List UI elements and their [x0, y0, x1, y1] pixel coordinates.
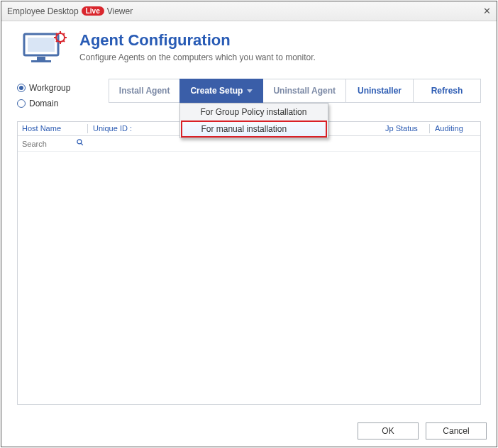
search-icon[interactable] [76, 138, 84, 149]
radio-label: Domain [29, 99, 58, 108]
monitor-gear-icon [21, 31, 67, 67]
svg-line-14 [81, 143, 83, 145]
radio-label: Workgroup [29, 83, 70, 93]
page-title: Agent Configuration [79, 31, 316, 50]
svg-rect-2 [37, 57, 45, 60]
radio-dot-icon [17, 99, 26, 108]
install-agent-button[interactable]: Install Agent [109, 79, 181, 103]
refresh-button[interactable]: Refresh [413, 79, 481, 103]
svg-line-9 [56, 33, 57, 35]
radio-workgroup[interactable]: Workgroup [17, 83, 81, 93]
col-status[interactable]: Jp Status [381, 122, 431, 135]
agent-config-dialog: Employee Desktop Live Viewer ✕ [1, 1, 497, 447]
uninstall-agent-button[interactable]: Uninstall Agent [262, 79, 346, 103]
dialog-footer: OK Cancel [358, 422, 487, 439]
close-icon[interactable]: ✕ [483, 6, 491, 16]
col-auditing[interactable]: Auditing [431, 122, 475, 135]
radio-domain[interactable]: Domain [17, 99, 81, 108]
app-name: Employee Desktop [7, 6, 79, 16]
ok-button[interactable]: OK [358, 422, 419, 439]
create-setup-button[interactable]: Create Setup For Group Policy installati… [179, 79, 263, 103]
svg-point-13 [77, 140, 82, 144]
uninstaller-button[interactable]: Uninstaller [345, 79, 414, 103]
toolbar: Install Agent Create Setup For Group Pol… [109, 79, 481, 103]
radio-dot-icon [17, 84, 26, 92]
grid-search-row [18, 136, 480, 152]
svg-rect-3 [31, 60, 51, 62]
titlebar: Employee Desktop Live Viewer ✕ [1, 1, 497, 21]
svg-line-12 [56, 40, 57, 42]
chevron-down-icon [247, 89, 253, 93]
svg-line-10 [63, 40, 65, 42]
dd-group-policy[interactable]: For Group Policy installation [180, 103, 328, 121]
header: Agent Configuration Configure Agents on … [1, 21, 497, 74]
app-suffix: Viewer [107, 6, 133, 16]
svg-line-11 [63, 33, 65, 35]
create-setup-dropdown: For Group Policy installation For manual… [179, 103, 328, 138]
agents-grid: Host Name Unique ID : Jp Status Auditing [17, 121, 481, 405]
cancel-button[interactable]: Cancel [426, 422, 487, 439]
svg-rect-1 [28, 38, 55, 52]
search-input[interactable] [22, 140, 65, 148]
col-host[interactable]: Host Name [18, 122, 89, 135]
dd-manual-install[interactable]: For manual installation [182, 121, 326, 137]
live-badge: Live [82, 6, 104, 16]
page-subtitle: Configure Agents on the computers which … [79, 52, 316, 62]
